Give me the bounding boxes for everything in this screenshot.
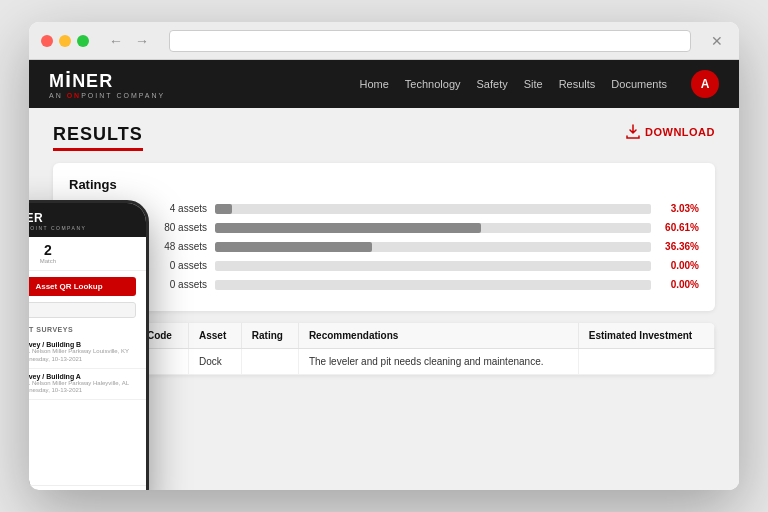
stat-match-number: 2 (40, 243, 56, 257)
nav-home[interactable]: Home (360, 78, 389, 90)
count-5: 0 assets (147, 279, 207, 290)
top-navbar: MiNER AN ONPOINT COMPANY Home Technology… (29, 60, 739, 108)
col-recommendations: Recommendations (298, 323, 578, 349)
address-bar[interactable] (169, 30, 691, 52)
logo-on: ON (67, 92, 82, 99)
col-asset: Asset (188, 323, 241, 349)
pct-3: 36.36% (659, 241, 699, 252)
download-label: DOWNLOAD (645, 126, 715, 138)
phone-survey-info-1: Survey / Building B 2301 Nelson Miller P… (29, 341, 136, 364)
results-table: Position QR Code Asset Rating Recommenda… (53, 323, 715, 375)
progress-bg-3 (215, 242, 651, 252)
rating-row: ★ ★ ★ ★ ★ 4 assets 3.03% (69, 202, 699, 215)
cell-rating (241, 349, 298, 375)
pct-4: 0.00% (659, 260, 699, 271)
progress-fill-3 (215, 242, 372, 252)
survey-name-2: Survey / Building A (29, 373, 136, 380)
pct-2: 60.61% (659, 222, 699, 233)
logo-subtitle: AN ONPOINT COMPANY (49, 92, 165, 99)
cell-recommendations: The leveler and pit needs cleaning and m… (298, 349, 578, 375)
forward-button[interactable]: → (131, 31, 153, 51)
progress-fill-1 (215, 204, 232, 214)
phone-survey-item-1[interactable]: 🏢 Survey / Building B 2301 Nelson Miller… (29, 337, 146, 369)
nav-technology[interactable]: Technology (405, 78, 461, 90)
phone-stat-match: 2 Match (40, 243, 56, 264)
nav-site[interactable]: Site (524, 78, 543, 90)
page-header: RESULTS DOWNLOAD (53, 124, 715, 151)
ratings-title: Ratings (69, 177, 699, 192)
page-title: RESULTS (53, 124, 143, 151)
phone-top-nav: MiNER AN ONPOINT COMPANY (29, 203, 146, 237)
minimize-button[interactable] (59, 35, 71, 47)
survey-addr-2: 2301 Nelson Miller Parkway Haleyville, A… (29, 380, 136, 396)
phone-logo-subtitle: AN ONPOINT COMPANY (29, 225, 136, 231)
progress-fill-2 (215, 223, 481, 233)
progress-bg-1 (215, 204, 651, 214)
download-button[interactable]: DOWNLOAD (625, 124, 715, 140)
rating-row: ★ ★ ★ ★ ★ 80 assets 60.61% (69, 221, 699, 234)
asset-qr-lookup-button[interactable]: Asset QR Lookup (29, 277, 136, 296)
browser-nav: ← → (105, 31, 153, 51)
col-investment: Estimated Investment (578, 323, 714, 349)
pct-5: 0.00% (659, 279, 699, 290)
logo-area: MiNER AN ONPOINT COMPANY (49, 69, 165, 99)
survey-addr-1: 2301 Nelson Miller Parkway Louisville, K… (29, 348, 136, 364)
phone-bottom-nav: ≡ ⚙ (29, 485, 146, 490)
download-icon (625, 124, 641, 140)
progress-bg-2 (215, 223, 651, 233)
progress-bg-4 (215, 261, 651, 271)
phone-screen: MiNER AN ONPOINT COMPANY 0 Complete 2 Ma… (29, 203, 146, 490)
cell-investment (578, 349, 714, 375)
phone-recent-surveys-title: RECENT SURVEYS (29, 324, 146, 337)
close-tab-button[interactable]: ✕ (707, 31, 727, 51)
logo-text: MiNER (49, 69, 165, 91)
phone-overlay: MiNER AN ONPOINT COMPANY 0 Complete 2 Ma… (29, 200, 149, 490)
count-1: 4 assets (147, 203, 207, 214)
rating-row: ★ ★ ★ ★ ★ 0 assets 0.00% (69, 278, 699, 291)
survey-name-1: Survey / Building B (29, 341, 136, 348)
browser-window: ← → ✕ MiNER AN ONPOINT COMPANY Home Tech… (29, 22, 739, 490)
count-3: 48 assets (147, 241, 207, 252)
phone-survey-info-2: Survey / Building A 2301 Nelson Miller P… (29, 373, 136, 396)
nav-documents[interactable]: Documents (611, 78, 667, 90)
pct-1: 3.03% (659, 203, 699, 214)
back-button[interactable]: ← (105, 31, 127, 51)
phone-survey-item-2[interactable]: 🏢 Survey / Building A 2301 Nelson Miller… (29, 369, 146, 401)
rating-row: ★ ★ ★ ★ ★ 48 assets 36.36% (69, 240, 699, 253)
stat-match-label: Match (40, 258, 56, 264)
traffic-lights (41, 35, 89, 47)
nav-safety[interactable]: Safety (477, 78, 508, 90)
nav-links: Home Technology Safety Site Results Docu… (360, 70, 719, 98)
phone-stats-row: 0 Complete 2 Match (29, 237, 146, 271)
count-2: 80 assets (147, 222, 207, 233)
col-rating: Rating (241, 323, 298, 349)
maximize-button[interactable] (77, 35, 89, 47)
phone-logo: MiNER (29, 211, 136, 225)
browser-chrome: ← → ✕ (29, 22, 739, 60)
progress-bg-5 (215, 280, 651, 290)
table-row: Dock The leveler and pit needs cleaning … (53, 349, 715, 375)
phone-search-bar[interactable]: 🔍 (29, 302, 136, 318)
cell-asset: Dock (188, 349, 241, 375)
user-avatar[interactable]: A (691, 70, 719, 98)
close-button[interactable] (41, 35, 53, 47)
ratings-card: Ratings ★ ★ ★ ★ ★ 4 assets 3.03% (53, 163, 715, 311)
logo-m: M (49, 71, 65, 91)
rating-row: ★ ★ ★ ★ ★ 0 assets 0.00% (69, 259, 699, 272)
count-4: 0 assets (147, 260, 207, 271)
nav-results[interactable]: Results (559, 78, 596, 90)
logo-i: i (65, 67, 72, 92)
